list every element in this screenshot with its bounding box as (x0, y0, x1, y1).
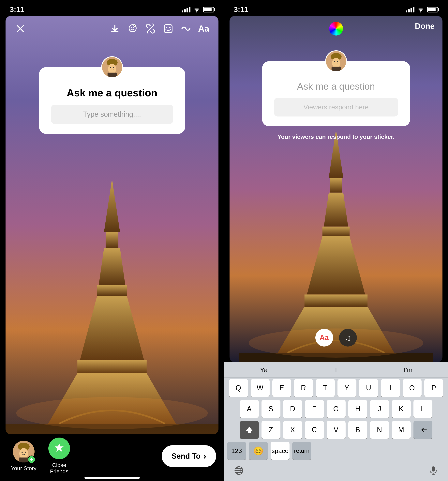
time-right: 3:11 (234, 6, 248, 14)
shift-key[interactable] (240, 421, 259, 439)
key-y[interactable]: Y (338, 379, 356, 397)
svg-point-30 (19, 448, 28, 459)
status-bar-left: 3:11 (0, 0, 224, 16)
key-o[interactable]: O (403, 379, 422, 397)
svg-text:+: + (134, 24, 135, 27)
status-icons-left (182, 7, 214, 12)
sticker-avatar-right (325, 50, 347, 72)
key-t[interactable]: T (316, 379, 335, 397)
close-button[interactable] (14, 22, 27, 36)
close-friends-item[interactable]: Close Friends (44, 437, 75, 475)
suggestion-i[interactable]: I (300, 366, 372, 374)
key-s[interactable]: S (262, 400, 280, 418)
space-key[interactable]: space (271, 442, 290, 460)
link-button[interactable] (143, 22, 157, 36)
svg-rect-57 (432, 466, 435, 472)
svg-point-25 (110, 67, 111, 68)
question-input-left[interactable]: Type something.... (51, 105, 173, 124)
key-v[interactable]: V (327, 421, 345, 439)
key-f[interactable]: F (305, 400, 324, 418)
svg-rect-19 (164, 25, 172, 33)
numbers-key[interactable]: 123 (227, 442, 246, 460)
svg-point-48 (334, 61, 335, 62)
key-n[interactable]: N (370, 421, 389, 439)
question-title-right: Ask me a question (297, 81, 375, 92)
svg-point-32 (25, 451, 26, 453)
svg-point-35 (420, 11, 421, 12)
key-k[interactable]: K (392, 400, 411, 418)
suggestion-im[interactable]: I'm (372, 366, 444, 374)
key-w[interactable]: W (251, 379, 270, 397)
text-button[interactable]: Aa (197, 22, 211, 36)
send-to-button[interactable]: Send To › (162, 445, 216, 467)
status-icons-right (406, 7, 438, 12)
home-indicator-left (0, 478, 224, 481)
key-p[interactable]: P (424, 379, 443, 397)
keyboard-row-2: A S D F G H J K L (224, 398, 448, 419)
music-tool-button[interactable]: ♫ (339, 329, 357, 346)
key-a[interactable]: A (240, 400, 259, 418)
story-canvas-left: + Aa (6, 16, 219, 434)
sticker-button[interactable] (161, 22, 175, 36)
canvas-bottom-tools: Aa ♫ (315, 329, 357, 346)
key-u[interactable]: U (359, 379, 378, 397)
key-c[interactable]: C (305, 421, 324, 439)
add-story-badge[interactable]: + (28, 456, 36, 463)
key-d[interactable]: D (283, 400, 302, 418)
key-i[interactable]: I (381, 379, 400, 397)
svg-marker-1 (104, 179, 120, 232)
key-r[interactable]: R (294, 379, 313, 397)
svg-marker-3 (99, 248, 125, 285)
story-canvas-right: Done Ask me a question Viewers respond h… (229, 16, 442, 362)
keyboard-row-3: Z X C V B N M (224, 419, 448, 440)
svg-point-49 (337, 61, 338, 62)
key-j[interactable]: J (370, 400, 389, 418)
battery-icon (203, 7, 214, 12)
keyboard-row-1: Q W E R T Y U I O P (224, 377, 448, 398)
right-phone: 3:11 (224, 0, 448, 481)
svg-point-24 (108, 64, 116, 74)
key-l[interactable]: L (413, 400, 433, 418)
emoji-sticker-button[interactable]: + (126, 22, 140, 36)
signal-icon-right (406, 7, 414, 12)
key-q[interactable]: Q (229, 379, 248, 397)
bottom-bar-left: + Your Story Close Friends Send To › (0, 434, 224, 478)
svg-point-0 (196, 11, 197, 12)
globe-key[interactable] (232, 466, 246, 475)
signal-icon (182, 7, 191, 12)
color-picker-button[interactable] (329, 22, 343, 36)
suggestion-ya[interactable]: Ya (228, 366, 300, 374)
question-input-right[interactable]: Viewers respond here (274, 98, 398, 116)
keyboard: Ya I I'm Q W E R T Y U I O P A S D F G H (224, 362, 448, 481)
svg-point-31 (22, 451, 23, 453)
return-key[interactable]: return (292, 442, 311, 460)
key-z[interactable]: Z (262, 421, 280, 439)
key-g[interactable]: G (327, 400, 345, 418)
your-story-item[interactable]: + Your Story (8, 441, 39, 472)
key-h[interactable]: H (348, 400, 367, 418)
key-x[interactable]: X (283, 421, 302, 439)
status-bar-right: 3:11 (224, 0, 448, 16)
left-phone: 3:11 (0, 0, 224, 481)
question-sticker-left[interactable]: Ask me a question Type something.... (39, 67, 185, 134)
text-tool-button[interactable]: Aa (315, 329, 333, 346)
download-button[interactable] (108, 22, 122, 36)
key-e[interactable]: E (272, 379, 291, 397)
backspace-key[interactable] (413, 421, 433, 439)
question-sticker-right[interactable]: Ask me a question Viewers respond here Y… (262, 61, 410, 126)
svg-point-16 (133, 27, 134, 28)
svg-point-26 (113, 67, 114, 68)
svg-marker-34 (55, 443, 64, 452)
sticker-avatar-left (101, 56, 123, 78)
emoji-key[interactable]: 😊 (249, 442, 268, 460)
key-b[interactable]: B (348, 421, 367, 439)
wifi-icon-right (417, 7, 424, 12)
key-m[interactable]: M (392, 421, 411, 439)
svg-rect-33 (19, 458, 29, 462)
keyboard-row-4: 123 😊 space return (224, 440, 448, 463)
wifi-icon (193, 7, 200, 12)
done-button[interactable]: Done (415, 22, 434, 30)
mic-key[interactable] (426, 466, 440, 475)
scribble-button[interactable] (179, 22, 193, 36)
toolbar-icons-right: + Aa (108, 22, 211, 36)
